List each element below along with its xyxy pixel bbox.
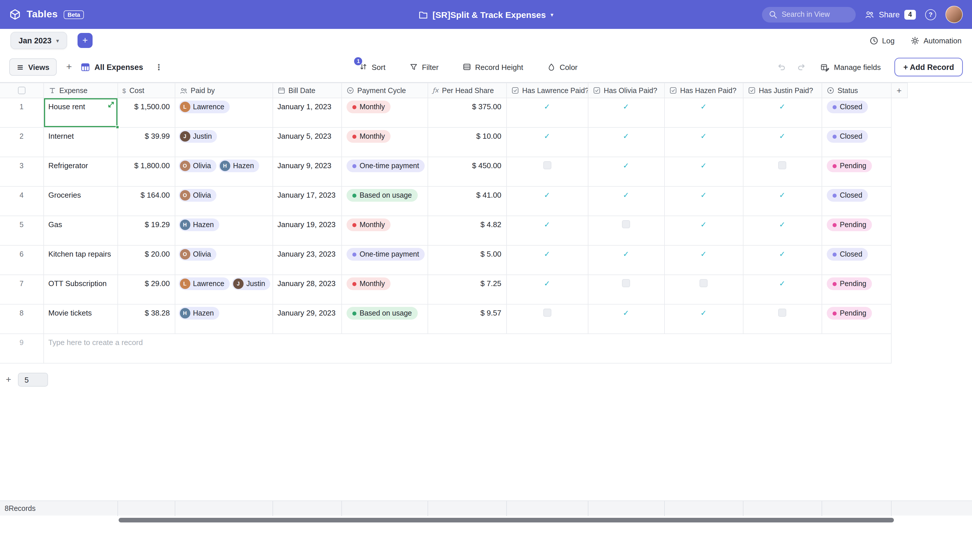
- cell-has-justin-paid[interactable]: ✓: [743, 98, 821, 127]
- cell-has-lawrence-paid[interactable]: [506, 157, 588, 187]
- record-height-button[interactable]: Record Height: [463, 63, 523, 72]
- cell-expense[interactable]: OTT Subscription: [43, 275, 117, 304]
- column-header-cost[interactable]: $ Cost: [117, 83, 175, 98]
- row-number[interactable]: 6: [0, 245, 43, 275]
- payment-cycle-pill[interactable]: Monthly: [346, 130, 391, 143]
- cell-per-head-share[interactable]: $ 450.00: [428, 157, 506, 187]
- cell-per-head-share[interactable]: $ 7.25: [428, 275, 506, 304]
- column-header-per-head-share[interactable]: ƒx Per Head Share: [428, 83, 506, 98]
- cell-payment-cycle[interactable]: One-time payment: [341, 245, 428, 275]
- column-header-status[interactable]: Status: [821, 83, 891, 98]
- views-button[interactable]: ≡ Views: [9, 58, 57, 76]
- person-chip[interactable]: HHazen: [219, 160, 259, 172]
- payment-cycle-pill[interactable]: One-time payment: [346, 248, 425, 261]
- cell-has-justin-paid[interactable]: ✓: [743, 187, 821, 216]
- cell-has-olivia-paid[interactable]: ✓: [588, 187, 664, 216]
- payment-cycle-pill[interactable]: Monthly: [346, 277, 391, 290]
- redo-button[interactable]: [797, 62, 807, 72]
- checkbox-empty[interactable]: [699, 279, 708, 287]
- check-icon[interactable]: ✓: [700, 161, 707, 170]
- check-icon[interactable]: ✓: [544, 220, 550, 229]
- person-chip[interactable]: HHazen: [179, 307, 219, 320]
- brand[interactable]: Tables Beta: [9, 9, 84, 20]
- check-icon[interactable]: ✓: [700, 308, 707, 317]
- check-icon[interactable]: ✓: [779, 250, 785, 258]
- column-header-has-lawrence-paid[interactable]: Has Lawrence Paid?: [506, 83, 588, 98]
- row-number[interactable]: 7: [0, 275, 43, 304]
- check-icon[interactable]: ✓: [544, 250, 550, 258]
- checkbox-empty[interactable]: [778, 308, 786, 317]
- cell-has-justin-paid[interactable]: [743, 157, 821, 187]
- row-number[interactable]: 5: [0, 216, 43, 245]
- cell-paid-by[interactable]: OOlivia: [175, 187, 273, 216]
- cell-payment-cycle[interactable]: Monthly: [341, 216, 428, 245]
- cell-bill-date[interactable]: January 29, 2023: [273, 304, 341, 334]
- cell-per-head-share[interactable]: $ 41.00: [428, 187, 506, 216]
- cell-paid-by[interactable]: LLawrence: [175, 98, 273, 127]
- kebab-menu-icon[interactable]: ⋮: [155, 62, 163, 72]
- cell-paid-by[interactable]: HHazen: [175, 304, 273, 334]
- cell-bill-date[interactable]: January 5, 2023: [273, 127, 341, 157]
- cell-bill-date[interactable]: January 19, 2023: [273, 216, 341, 245]
- user-avatar[interactable]: [945, 6, 963, 23]
- cell-cost[interactable]: $ 19.29: [117, 216, 175, 245]
- check-icon[interactable]: ✓: [700, 132, 707, 140]
- check-icon[interactable]: ✓: [779, 102, 785, 111]
- row-number[interactable]: 8: [0, 304, 43, 334]
- cell-has-lawrence-paid[interactable]: [506, 304, 588, 334]
- cell-expense[interactable]: House rent: [43, 98, 117, 127]
- add-sheet-button[interactable]: +: [77, 33, 92, 48]
- cell-expense[interactable]: Kitchen tap repairs: [43, 245, 117, 275]
- cell-expense[interactable]: Refrigerator: [43, 157, 117, 187]
- checkbox-empty[interactable]: [622, 279, 630, 287]
- cell-status[interactable]: Closed: [821, 127, 891, 157]
- tab-jan-2023[interactable]: Jan 2023 ▾: [10, 32, 67, 49]
- cell-payment-cycle[interactable]: Monthly: [341, 127, 428, 157]
- color-button[interactable]: Color: [547, 63, 577, 72]
- cell-payment-cycle[interactable]: Based on usage: [341, 187, 428, 216]
- cell-has-hazen-paid[interactable]: ✓: [664, 187, 743, 216]
- cell-bill-date[interactable]: January 1, 2023: [273, 98, 341, 127]
- cell-cost[interactable]: $ 29.00: [117, 275, 175, 304]
- add-rows-button[interactable]: +: [6, 375, 11, 385]
- payment-cycle-pill[interactable]: Monthly: [346, 100, 391, 113]
- person-chip[interactable]: LLawrence: [179, 277, 229, 290]
- cell-has-olivia-paid[interactable]: ✓: [588, 157, 664, 187]
- cell-has-lawrence-paid[interactable]: ✓: [506, 98, 588, 127]
- column-header-payment-cycle[interactable]: Payment Cycle: [341, 83, 428, 98]
- checkbox-icon[interactable]: [18, 87, 25, 94]
- current-view[interactable]: All Expenses ⋮: [81, 62, 163, 72]
- cell-status[interactable]: Pending: [821, 216, 891, 245]
- status-pill[interactable]: Pending: [826, 160, 872, 172]
- automation-button[interactable]: Automation: [911, 36, 962, 45]
- column-header-expense[interactable]: Expense: [43, 83, 117, 98]
- cell-payment-cycle[interactable]: Monthly: [341, 275, 428, 304]
- cell-paid-by[interactable]: OOlivia: [175, 245, 273, 275]
- row-number[interactable]: 2: [0, 127, 43, 157]
- cell-status[interactable]: Closed: [821, 98, 891, 127]
- cell-paid-by[interactable]: LLawrenceJJustin: [175, 275, 273, 304]
- cell-has-hazen-paid[interactable]: ✓: [664, 157, 743, 187]
- person-chip[interactable]: OOlivia: [179, 160, 216, 172]
- check-icon[interactable]: ✓: [544, 191, 550, 199]
- status-pill[interactable]: Closed: [826, 189, 868, 202]
- cell-has-lawrence-paid[interactable]: ✓: [506, 275, 588, 304]
- row-number[interactable]: 4: [0, 187, 43, 216]
- check-icon[interactable]: ✓: [779, 220, 785, 229]
- check-icon[interactable]: ✓: [623, 161, 629, 170]
- cell-expense[interactable]: Gas: [43, 216, 117, 245]
- check-icon[interactable]: ✓: [544, 102, 550, 111]
- person-chip[interactable]: JJustin: [179, 130, 217, 143]
- column-header-has-hazen-paid[interactable]: Has Hazen Paid?: [664, 83, 743, 98]
- payment-cycle-pill[interactable]: One-time payment: [346, 160, 425, 172]
- cell-has-olivia-paid[interactable]: [588, 216, 664, 245]
- base-title-dropdown[interactable]: [SR]Split & Track Expenses ▾: [418, 0, 554, 29]
- manage-fields-button[interactable]: Manage fields: [821, 63, 881, 72]
- person-chip[interactable]: JJustin: [232, 277, 270, 290]
- person-chip[interactable]: OOlivia: [179, 189, 216, 202]
- filter-button[interactable]: Filter: [410, 63, 438, 72]
- check-icon[interactable]: ✓: [623, 191, 629, 199]
- cell-has-hazen-paid[interactable]: ✓: [664, 304, 743, 334]
- cell-per-head-share[interactable]: $ 9.57: [428, 304, 506, 334]
- cell-payment-cycle[interactable]: One-time payment: [341, 157, 428, 187]
